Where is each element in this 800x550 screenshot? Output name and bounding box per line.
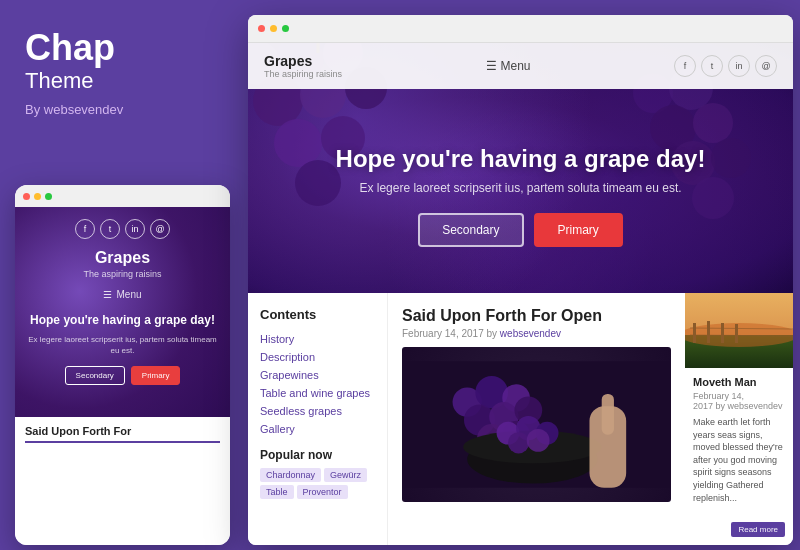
window-dot-yellow xyxy=(34,193,41,200)
post-image xyxy=(402,347,671,502)
mobile-secondary-button[interactable]: Secondary xyxy=(65,366,125,385)
post-meta: February 14, 2017 by websevendev xyxy=(402,328,671,339)
main-content: Said Upon Forth For Open February 14, 20… xyxy=(388,293,685,545)
content-area: Contents History Description Grapewines … xyxy=(248,293,793,545)
mobile-menu-label: Menu xyxy=(116,289,141,300)
mobile-menu[interactable]: ☰ Menu xyxy=(103,289,141,300)
widget-read-more-button[interactable]: Read more xyxy=(731,522,785,537)
post-by: by xyxy=(487,328,500,339)
nav-email-icon[interactable]: @ xyxy=(755,55,777,77)
browser-dot-green xyxy=(282,25,289,32)
svg-rect-40 xyxy=(721,323,724,343)
post-author[interactable]: websevendev xyxy=(500,328,561,339)
post-image-svg xyxy=(402,347,671,502)
svg-point-33 xyxy=(508,432,529,453)
sidebar-link-history[interactable]: History xyxy=(260,330,375,348)
sidebar-contents-title: Contents xyxy=(260,307,375,322)
widget-year-author: 2017 by websevendev xyxy=(693,401,785,411)
window-dot-red xyxy=(23,193,30,200)
mobile-twitter-icon[interactable]: t xyxy=(100,219,120,239)
svg-point-34 xyxy=(527,429,550,452)
mobile-tagline: The aspiring raisins xyxy=(83,269,161,279)
nav-twitter-icon[interactable]: t xyxy=(701,55,723,77)
nav-site-title: Grapes xyxy=(264,53,342,69)
content-sidebar: Contents History Description Grapewines … xyxy=(248,293,388,545)
nav-tagline: The aspiring raisins xyxy=(264,69,342,79)
mobile-bottom: Said Upon Forth For xyxy=(15,417,230,545)
mobile-buttons: Secondary Primary xyxy=(65,366,181,385)
widget-date: February 14, xyxy=(693,391,785,401)
brand-subtitle: Theme xyxy=(25,68,93,94)
hero-heading: Hope you're having a grape day! xyxy=(336,145,706,173)
mobile-hero: f t in @ Grapes The aspiring raisins ☰ M… xyxy=(15,207,230,417)
mobile-hero-text: Hope you're having a grape day! xyxy=(18,312,227,329)
tag-table[interactable]: Table xyxy=(260,485,294,499)
nav-menu-label: Menu xyxy=(501,59,531,73)
sidebar-link-gallery[interactable]: Gallery xyxy=(260,420,375,438)
site-navbar-left: Grapes The aspiring raisins xyxy=(264,53,342,79)
tag-proventor[interactable]: Proventor xyxy=(297,485,348,499)
browser-chrome xyxy=(248,15,793,43)
svg-rect-29 xyxy=(602,394,614,435)
browser-window: Grapes The aspiring raisins ☰ Menu f t i… xyxy=(248,15,793,545)
nav-instagram-icon[interactable]: in xyxy=(728,55,750,77)
widget-post-text: Make earth let forth years seas signs, m… xyxy=(693,416,785,504)
nav-facebook-icon[interactable]: f xyxy=(674,55,696,77)
mobile-sub-text: Ex legere laoreet scripserit ius, partem… xyxy=(15,334,230,356)
nav-social-icons: f t in @ xyxy=(674,55,777,77)
browser-dot-red xyxy=(258,25,265,32)
secondary-button[interactable]: Secondary xyxy=(418,213,523,247)
hero-subtext: Ex legere laoreet scripserit ius, partem… xyxy=(336,181,706,195)
nav-hamburger-icon: ☰ xyxy=(486,59,497,73)
primary-button[interactable]: Primary xyxy=(534,213,623,247)
mobile-site-title: Grapes xyxy=(95,249,150,267)
svg-rect-39 xyxy=(707,321,710,343)
sidebar-link-description[interactable]: Description xyxy=(260,348,375,366)
post-title: Said Upon Forth For Open xyxy=(402,307,671,325)
brand-title: Chap xyxy=(25,30,115,66)
hamburger-icon: ☰ xyxy=(103,289,112,300)
post-date: February 14, 2017 xyxy=(402,328,484,339)
sidebar-tags: Chardonnay Gewürz Table Proventor xyxy=(260,468,375,499)
mobile-email-icon[interactable]: @ xyxy=(150,219,170,239)
svg-point-15 xyxy=(711,138,751,178)
widget-post-meta: February 14, 2017 by websevendev xyxy=(693,391,785,411)
widget-content: Moveth Man February 14, 2017 by webseven… xyxy=(685,368,793,512)
sidebar-link-seedless[interactable]: Seedless grapes xyxy=(260,402,375,420)
right-widget: Moveth Man February 14, 2017 by webseven… xyxy=(685,293,793,545)
mobile-facebook-icon[interactable]: f xyxy=(75,219,95,239)
hero-content: Hope you're having a grape day! Ex leger… xyxy=(336,90,706,247)
sidebar-link-grapewines[interactable]: Grapewines xyxy=(260,366,375,384)
window-dot-green xyxy=(45,193,52,200)
svg-point-8 xyxy=(295,160,341,206)
sidebar-popular-title: Popular now xyxy=(260,448,375,462)
sidebar-link-table-wine[interactable]: Table and wine grapes xyxy=(260,384,375,402)
svg-rect-38 xyxy=(693,323,696,343)
browser-dot-yellow xyxy=(270,25,277,32)
widget-image-svg xyxy=(685,293,793,368)
mobile-mockup: f t in @ Grapes The aspiring raisins ☰ M… xyxy=(15,185,230,545)
mobile-top-bar xyxy=(15,185,230,207)
site-navbar: Grapes The aspiring raisins ☰ Menu f t i… xyxy=(248,43,793,89)
svg-point-6 xyxy=(274,119,322,167)
svg-rect-41 xyxy=(735,324,738,343)
tag-chardonnay[interactable]: Chardonnay xyxy=(260,468,321,482)
brand-by: By websevendev xyxy=(25,102,123,117)
mobile-post-title: Said Upon Forth For xyxy=(25,425,220,443)
mobile-instagram-icon[interactable]: in xyxy=(125,219,145,239)
widget-post-title: Moveth Man xyxy=(693,376,785,388)
mobile-primary-button[interactable]: Primary xyxy=(131,366,181,385)
nav-menu[interactable]: ☰ Menu xyxy=(486,59,531,73)
mobile-social-icons: f t in @ xyxy=(75,219,170,239)
tag-gewurz[interactable]: Gewürz xyxy=(324,468,367,482)
widget-image xyxy=(685,293,793,368)
hero-buttons: Secondary Primary xyxy=(336,213,706,247)
